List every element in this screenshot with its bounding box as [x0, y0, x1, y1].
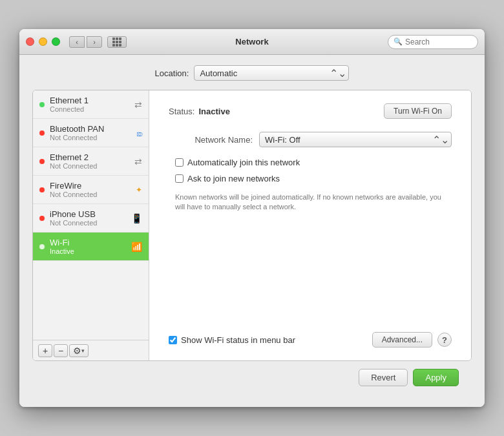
maximize-button[interactable] [52, 37, 60, 46]
status-dot-iphone-usb [39, 216, 45, 221]
network-info-wifi: Wi-Fi Inactive [50, 238, 129, 255]
firewire-icon: ✦ [136, 185, 142, 194]
help-button[interactable]: ? [437, 333, 452, 347]
phone-icon: 📱 [131, 213, 142, 223]
network-info-bluetooth-pan: Bluetooth PAN Not Connected [50, 124, 134, 141]
advanced-button[interactable]: Advanced... [372, 332, 432, 348]
sidebar-item-bluetooth-pan[interactable]: Bluetooth PAN Not Connected ⎄ [33, 119, 149, 147]
bottom-section: Show Wi-Fi status in menu bar Advanced..… [169, 319, 452, 348]
network-status-ethernet1: Connected [50, 105, 132, 113]
search-icon: 🔍 [394, 37, 403, 46]
network-name-field-label: Network Name: [169, 135, 253, 145]
ask-join-description: Known networks will be joined automatica… [175, 192, 452, 213]
sidebar-item-wifi[interactable]: Wi-Fi Inactive 📶 [33, 233, 149, 261]
network-status-ethernet2: Not Connected [50, 162, 132, 170]
status-row: Status: Inactive Turn Wi-Fi On [169, 103, 452, 119]
network-name-select-wrapper: Wi-Fi: Off Join Other Network... Create … [259, 132, 452, 147]
gear-dropdown-arrow-icon: ▾ [81, 348, 85, 354]
status-dot-firewire [39, 187, 45, 192]
remove-network-button[interactable]: − [54, 344, 68, 357]
window-title: Network [235, 37, 268, 47]
minimize-button[interactable] [39, 37, 47, 46]
apply-button[interactable]: Apply [413, 369, 459, 386]
status-dot-bluetooth-pan [39, 130, 45, 136]
network-info-firewire: FireWire Not Connected [50, 181, 133, 198]
right-actions: Advanced... ? [372, 332, 452, 348]
network-name-bluetooth-pan: Bluetooth PAN [50, 124, 134, 134]
search-box[interactable]: 🔍 [388, 35, 478, 49]
network-info-iphone-usb: iPhone USB Not Connected [50, 209, 129, 227]
network-list: Ethernet 1 Connected ⇄ Bluetooth PAN Not… [33, 90, 149, 340]
turn-wifi-on-button[interactable]: Turn Wi-Fi On [384, 103, 452, 119]
search-input[interactable] [405, 37, 472, 47]
bottom-row: Show Wi-Fi status in menu bar Advanced..… [169, 332, 452, 348]
nav-buttons: ‹ › [69, 36, 102, 48]
content-area: Location: Automatic ⌃⌄ Ethernet 1 [19, 55, 485, 407]
status-dot-ethernet2 [39, 159, 45, 164]
network-name-wifi: Wi-Fi [50, 238, 129, 247]
location-row: Location: Automatic ⌃⌄ [32, 65, 472, 81]
network-preferences-window: ‹ › Network 🔍 Location: Automatic ⌃⌄ [19, 29, 485, 407]
network-name-iphone-usb: iPhone USB [50, 209, 129, 219]
auto-join-checkbox[interactable] [175, 158, 184, 167]
network-settings-button[interactable]: ⚙ ▾ [69, 344, 89, 357]
sidebar-toolbar: + − ⚙ ▾ [33, 340, 149, 360]
network-info-ethernet2: Ethernet 2 Not Connected [50, 152, 132, 170]
bluetooth-icon: ⎄ [137, 128, 142, 138]
auto-join-label[interactable]: Automatically join this network [187, 158, 300, 167]
ask-join-row: Ask to join new networks [175, 174, 452, 183]
network-status-wifi: Inactive [50, 247, 129, 255]
sidebar-item-ethernet1[interactable]: Ethernet 1 Connected ⇄ [33, 90, 149, 119]
status-value: Inactive [198, 107, 229, 116]
show-wifi-row: Show Wi-Fi status in menu bar [169, 335, 295, 345]
ask-join-checkbox[interactable] [175, 174, 184, 183]
network-name-ethernet2: Ethernet 2 [50, 152, 132, 162]
traffic-lights [26, 37, 60, 46]
ask-join-label[interactable]: Ask to join new networks [187, 174, 280, 183]
forward-button[interactable]: › [87, 36, 102, 48]
back-button[interactable]: ‹ [69, 36, 85, 48]
status-dot-ethernet1 [39, 102, 45, 107]
show-wifi-status-checkbox[interactable] [169, 336, 177, 344]
titlebar: ‹ › Network 🔍 [19, 29, 485, 55]
status-dot-wifi [39, 244, 45, 249]
network-status-iphone-usb: Not Connected [50, 219, 129, 227]
network-name-select[interactable]: Wi-Fi: Off Join Other Network... Create … [259, 132, 452, 147]
arrows-icon-ethernet2: ⇄ [134, 156, 142, 167]
add-network-button[interactable]: + [38, 344, 52, 357]
gear-icon: ⚙ [73, 346, 81, 356]
main-area: Ethernet 1 Connected ⇄ Bluetooth PAN Not… [32, 90, 472, 361]
network-name-ethernet1: Ethernet 1 [50, 96, 132, 105]
grid-view-button[interactable] [107, 36, 127, 48]
wifi-icon: 📶 [131, 242, 142, 252]
arrows-icon-ethernet1: ⇄ [134, 99, 142, 110]
sidebar-item-firewire[interactable]: FireWire Not Connected ✦ [33, 176, 149, 204]
close-button[interactable] [26, 37, 34, 46]
network-name-firewire: FireWire [50, 181, 133, 191]
revert-button[interactable]: Revert [359, 369, 408, 386]
auto-join-row: Automatically join this network [175, 158, 452, 167]
sidebar-item-iphone-usb[interactable]: iPhone USB Not Connected 📱 [33, 204, 149, 233]
location-select-wrapper: Automatic ⌃⌄ [194, 65, 349, 81]
right-panel: Status: Inactive Turn Wi-Fi On Network N… [149, 90, 471, 360]
grid-icon [112, 37, 121, 47]
show-wifi-status-label[interactable]: Show Wi-Fi status in menu bar [181, 335, 295, 345]
network-name-row: Network Name: Wi-Fi: Off Join Other Netw… [169, 132, 452, 147]
status-section: Status: Inactive [169, 107, 230, 116]
network-status-bluetooth-pan: Not Connected [50, 134, 134, 141]
location-select[interactable]: Automatic [194, 65, 349, 81]
network-status-firewire: Not Connected [50, 191, 133, 198]
sidebar: Ethernet 1 Connected ⇄ Bluetooth PAN Not… [33, 90, 149, 360]
status-label: Status: [169, 107, 194, 116]
network-info-ethernet1: Ethernet 1 Connected [50, 96, 132, 113]
location-label: Location: [155, 68, 189, 78]
footer: Revert Apply [32, 361, 472, 397]
sidebar-item-ethernet2[interactable]: Ethernet 2 Not Connected ⇄ [33, 147, 149, 176]
